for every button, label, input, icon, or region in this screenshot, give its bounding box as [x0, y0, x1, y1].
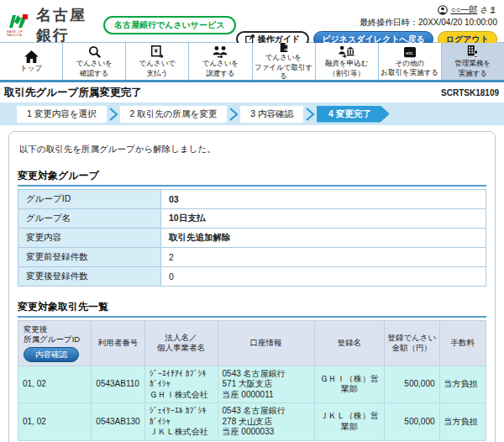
- file-icon: [278, 43, 290, 52]
- people-transfer-icon: [213, 45, 228, 58]
- nav-label: その他の: [396, 59, 425, 67]
- nav-label: 融資を申込む: [325, 59, 368, 67]
- col-header-fee: 手数料: [439, 321, 486, 366]
- cell-amount: 500,000: [384, 403, 439, 441]
- nav-label: でんさいを: [76, 59, 113, 67]
- step-2: 2 取引先の所属を変更: [120, 106, 228, 123]
- step-1: 1 変更内容を選択: [17, 106, 107, 123]
- last-operation-time: 最終操作日時：20XX/04/20 10:00:00: [360, 17, 497, 29]
- col-header-account-info: 口座情報: [218, 321, 314, 366]
- account-bank: 0543 名古屋銀行: [223, 369, 286, 378]
- cell-registered-name: ＪＫＬ（株）営業部: [314, 403, 384, 441]
- person-bank-icon: [339, 45, 354, 58]
- svg-text:etc.: etc.: [406, 49, 414, 55]
- session-info: ○○一郎 さま 最終操作日時：20XX/04/20 10:00:00 操作ガイド…: [236, 3, 497, 42]
- confirm-content-button[interactable]: 内容確認: [24, 347, 79, 362]
- account-branch: 278 犬山支店: [223, 417, 272, 426]
- table-row: 変更後登録件数 0: [18, 267, 486, 287]
- company-kana: ｼﾞｰｴｲﾁｱｲ ｶﾌﾞｼｷｶﾞｲｼｬ: [150, 369, 207, 389]
- nav-label: でんさいを: [202, 59, 239, 67]
- nav-pay-densai[interactable]: ¥ でんさいで 支払う: [125, 43, 188, 80]
- row-label: 変更内容: [18, 229, 161, 248]
- content-panel: 以下の取引先を所属グループから解除しました。 変更対象グループ グループID 0…: [8, 131, 496, 442]
- company-kana: ｼﾞｪｲｹｰｴﾙ ｶﾌﾞｼｷｶﾞｲｼｬ: [150, 406, 207, 426]
- step-chevron-icon: [108, 108, 118, 121]
- user-line: ○○一郎 さま: [438, 4, 497, 16]
- bank-tagline: BANK OF NAGOYA: [7, 30, 30, 37]
- table-header-row: 変更後 所属グループID 内容確認 利用者番号 法人名／ 個人事業者名 口座情報…: [18, 321, 486, 366]
- cell-user-number: 0543AB130: [92, 403, 144, 441]
- partner-list-table: 変更後 所属グループID 内容確認 利用者番号 法人名／ 個人事業者名 口座情報…: [18, 320, 486, 441]
- row-label: 変更後登録件数: [18, 267, 161, 287]
- cell-company-name: ｼﾞｪｲｹｰｴﾙ ｶﾌﾞｼｷｶﾞｲｼｬ ＪＫＬ株式会社: [144, 403, 218, 441]
- cell-account-info: 0543 名古屋銀行 571 大阪支店 当座 0000011: [218, 366, 314, 403]
- bank-logo-icon: [8, 13, 29, 29]
- col-header-text: 変更後: [24, 324, 48, 334]
- cell-user-number: 0543AB110: [92, 366, 144, 403]
- nav-label: ファイルで取引する: [253, 63, 315, 80]
- account-number: 当座 0000011: [223, 390, 274, 399]
- row-value: 03: [161, 190, 486, 209]
- nav-transfer-densai[interactable]: でんさいを 譲渡する: [188, 43, 251, 80]
- nav-label: 確認する: [80, 69, 108, 77]
- col-header-text: 法人名／: [165, 333, 197, 342]
- bank-name: 名古屋銀行: [36, 5, 97, 45]
- col-header-text: 金額（円）: [391, 343, 432, 352]
- search-icon: [88, 45, 101, 58]
- title-row: 取引先グループ所属変更完了 SCRTSK18109: [0, 82, 504, 103]
- nav-label: でんさいを: [265, 53, 302, 61]
- step-chevron-icon: [305, 108, 315, 121]
- col-header-text: 個人事業者名: [157, 343, 205, 352]
- table-row: グループID 03: [18, 190, 486, 209]
- screen-id: SCRTSK18109: [441, 88, 499, 97]
- cell-group-ids: 01, 02: [18, 403, 92, 441]
- step-3: 3 内容確認: [240, 106, 303, 123]
- col-header-text: 所属グループID: [24, 334, 80, 344]
- nav-label: 譲渡する: [206, 69, 234, 77]
- row-value: 2: [161, 248, 486, 267]
- col-header-user-number: 利用者番号: [92, 321, 144, 366]
- nav-other-transactions[interactable]: etc. その他の お取引を実施する: [378, 43, 441, 80]
- user-suffix: さま: [480, 4, 497, 16]
- table-row: グループ名 10日支払: [18, 209, 486, 229]
- user-icon: [438, 5, 448, 15]
- brand: BANK OF NAGOYA 名古屋銀行 名古屋銀行でんさいサービス: [7, 3, 236, 42]
- row-value: 0: [161, 267, 486, 287]
- nav-label: トップ: [20, 64, 42, 72]
- col-header-company-name: 法人名／ 個人事業者名: [144, 321, 218, 366]
- col-header-text: 登録でんさい: [387, 333, 436, 342]
- cell-amount: 500,000: [384, 366, 439, 403]
- cell-company-name: ｼﾞｰｴｲﾁｱｲ ｶﾌﾞｼｷｶﾞｲｼｬ ＧＨＩ株式会社: [144, 366, 218, 403]
- nav-file-transaction[interactable]: でんさいを ファイルで取引する: [252, 43, 315, 80]
- step-indicator: 1 変更内容を選択 2 取引先の所属を変更 3 内容確認 4 変更完了: [0, 103, 504, 125]
- col-header-amount: 登録でんさい 金額（円）: [384, 321, 439, 366]
- nav-check-densai[interactable]: でんさいを 確認する: [62, 43, 125, 80]
- group-section-heading: 変更対象グループ: [18, 169, 486, 187]
- group-detail-table: グループID 03 グループ名 10日支払 変更内容 取引先追加解除 変更前登録…: [18, 189, 486, 287]
- nav-top[interactable]: トップ: [0, 43, 62, 80]
- user-name: ○○一郎: [450, 4, 477, 16]
- nav-label: （割引等）: [328, 69, 365, 77]
- row-label: 変更前登録件数: [18, 248, 161, 267]
- step-chevron-icon: [228, 108, 239, 121]
- cell-group-ids: 01, 02: [18, 366, 92, 403]
- partner-section-heading: 変更対象取引先一覧: [18, 300, 486, 318]
- table-row: 01, 02 0543AB130 ｼﾞｪｲｹｰｴﾙ ｶﾌﾞｼｷｶﾞｲｼｬ ＪＫＬ…: [18, 403, 486, 441]
- nav-label: 管理業務を: [455, 59, 491, 67]
- step-4-active: 4 変更完了: [317, 106, 390, 123]
- service-badge: 名古屋銀行でんさいサービス: [103, 16, 236, 34]
- nav-admin-tasks[interactable]: 管理業務を 実施する: [441, 43, 504, 80]
- nav-apply-loan[interactable]: 融資を申込む （割引等）: [315, 43, 378, 80]
- row-label: グループ名: [18, 209, 161, 229]
- page-title: 取引先グループ所属変更完了: [4, 86, 141, 100]
- table-row: 変更内容 取引先追加解除: [18, 229, 486, 248]
- nav-label: 支払う: [146, 69, 168, 77]
- bank-logo: BANK OF NAGOYA: [7, 13, 30, 37]
- main-nav: トップ でんさいを 確認する ¥ でんさいで 支払う でんさいを 譲渡する: [0, 42, 504, 82]
- col-header-group-id: 変更後 所属グループID 内容確認: [18, 321, 92, 366]
- top-bar: BANK OF NAGOYA 名古屋銀行 名古屋銀行でんさいサービス ○○一郎 …: [0, 0, 504, 42]
- home-icon: [24, 50, 39, 63]
- col-header-registered-name: 登録名: [314, 321, 384, 366]
- row-value: 取引先追加解除: [161, 229, 486, 248]
- yen-document-icon: ¥: [150, 45, 164, 58]
